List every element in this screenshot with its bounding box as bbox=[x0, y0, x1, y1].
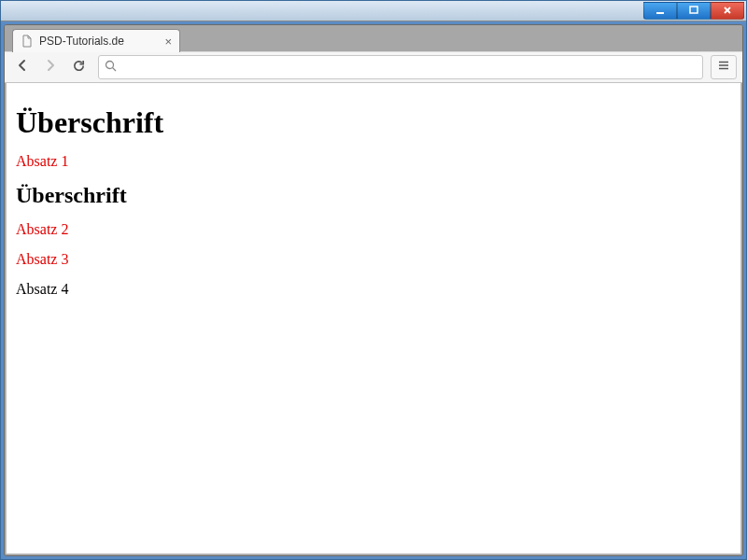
window-maximize-button[interactable] bbox=[677, 2, 711, 20]
address-input[interactable] bbox=[122, 61, 697, 75]
content-area[interactable]: Überschrift Absatz 1 Überschrift Absatz … bbox=[6, 83, 741, 554]
window-buttons bbox=[643, 2, 744, 20]
back-icon bbox=[15, 58, 30, 77]
file-icon bbox=[21, 35, 34, 48]
menu-button[interactable] bbox=[711, 55, 737, 79]
close-window-icon bbox=[722, 5, 733, 18]
window-titlebar bbox=[1, 1, 746, 21]
paragraph-1: Absatz 1 bbox=[16, 153, 731, 170]
tabstrip: PSD-Tutorials.de × bbox=[5, 25, 742, 51]
heading-1: Überschrift bbox=[16, 105, 731, 140]
reload-button[interactable] bbox=[66, 55, 91, 79]
forward-button[interactable] bbox=[38, 55, 63, 79]
close-icon: × bbox=[164, 35, 172, 49]
search-icon bbox=[105, 60, 117, 75]
window-frame: PSD-Tutorials.de × bbox=[0, 0, 747, 560]
menu-icon bbox=[717, 59, 730, 76]
svg-rect-1 bbox=[690, 7, 698, 13]
page-body: Überschrift Absatz 1 Überschrift Absatz … bbox=[7, 83, 740, 320]
tab-title: PSD-Tutorials.de bbox=[39, 35, 124, 48]
address-bar[interactable] bbox=[98, 55, 703, 79]
forward-icon bbox=[43, 58, 58, 77]
tab-close-button[interactable]: × bbox=[164, 35, 172, 48]
browser-chrome: PSD-Tutorials.de × bbox=[4, 24, 743, 556]
paragraph-2: Absatz 2 bbox=[16, 221, 731, 238]
window-minimize-button[interactable] bbox=[643, 2, 677, 20]
minimize-icon bbox=[655, 5, 666, 18]
paragraph-4: Absatz 4 bbox=[16, 281, 731, 298]
svg-line-5 bbox=[113, 68, 117, 72]
paragraph-3: Absatz 3 bbox=[16, 251, 731, 268]
reload-icon bbox=[72, 59, 86, 77]
svg-point-4 bbox=[106, 62, 114, 69]
heading-2: Überschrift bbox=[16, 183, 731, 208]
maximize-icon bbox=[688, 5, 699, 18]
back-button[interactable] bbox=[10, 55, 35, 79]
browser-tab[interactable]: PSD-Tutorials.de × bbox=[12, 29, 180, 52]
window-close-button[interactable] bbox=[711, 2, 744, 20]
browser-toolbar bbox=[5, 51, 742, 83]
